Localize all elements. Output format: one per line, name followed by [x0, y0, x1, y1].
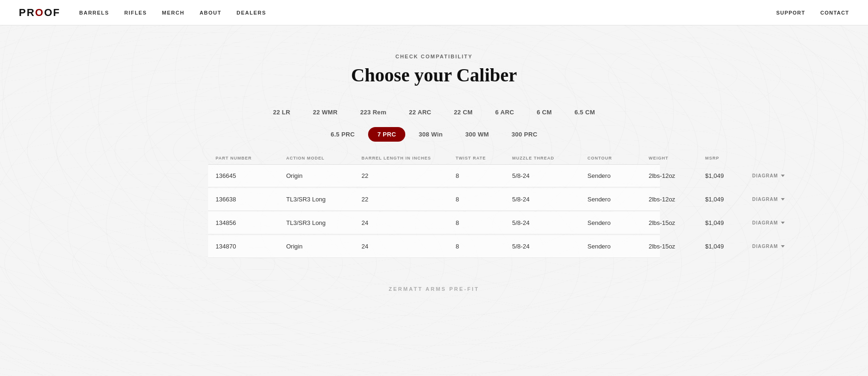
cell-diagram: DIAGRAM [752, 220, 809, 225]
chevron-down-icon [781, 222, 785, 224]
cell-twist-rate: 8 [456, 219, 512, 226]
nav-contact[interactable]: CONTACT [820, 10, 849, 16]
table-row: 134856 TL3/SR3 Long 24 8 5/8-24 Sendero … [208, 212, 660, 234]
main-content: CHECK COMPATIBILITY Choose your Caliber … [0, 25, 868, 311]
logo: PROOF [19, 7, 60, 19]
col-actions [752, 156, 809, 160]
col-part-number: PART NUMBER [216, 156, 286, 160]
caliber-btn-6cm[interactable]: 6 CM [527, 105, 561, 120]
main-nav: BARRELS RIFLES MERCH ABOUT DEALERS [79, 10, 266, 16]
col-contour: CONTOUR [587, 156, 649, 160]
cell-diagram: DIAGRAM [752, 173, 809, 178]
cell-contour: Sendero [587, 219, 649, 226]
caliber-btn-300wm[interactable]: 300 WM [456, 127, 498, 142]
caliber-btn-22arc[interactable]: 22 ARC [400, 105, 441, 120]
cell-msrp: $1,049 [705, 196, 752, 203]
cell-twist-rate: 8 [456, 172, 512, 179]
cell-diagram: DIAGRAM [752, 197, 809, 202]
cell-part-number: 136638 [216, 196, 286, 203]
table-header: PART NUMBER ACTION MODEL BARREL LENGTH I… [208, 156, 660, 165]
table-row: 136645 Origin 22 8 5/8-24 Sendero 2lbs-1… [208, 165, 660, 187]
cell-muzzle-thread: 5/8-24 [512, 196, 587, 203]
caliber-btn-308win[interactable]: 308 Win [409, 127, 452, 142]
cell-diagram: DIAGRAM [752, 244, 809, 249]
chevron-down-icon [781, 198, 785, 200]
cell-weight: 2lbs-15oz [649, 219, 705, 226]
cell-muzzle-thread: 5/8-24 [512, 243, 587, 250]
nav-item-rifles[interactable]: RIFLES [124, 10, 147, 16]
diagram-button[interactable]: DIAGRAM [752, 173, 785, 178]
col-muzzle-thread: MUZZLE THREAD [512, 156, 587, 160]
section-label: CHECK COMPATIBILITY [9, 54, 859, 59]
diagram-button[interactable]: DIAGRAM [752, 244, 785, 249]
caliber-btn-6arc[interactable]: 6 ARC [486, 105, 523, 120]
caliber-btn-65cm[interactable]: 6.5 CM [565, 105, 604, 120]
site-header: PROOF BARRELS RIFLES MERCH ABOUT DEALERS… [0, 0, 868, 25]
cell-action-model: Origin [286, 172, 362, 179]
col-action-model: ACTION MODEL [286, 156, 362, 160]
cell-action-model: TL3/SR3 Long [286, 219, 362, 226]
col-msrp: MSRP [705, 156, 752, 160]
cell-weight: 2lbs-12oz [649, 172, 705, 179]
diagram-button[interactable]: DIAGRAM [752, 197, 785, 202]
cell-contour: Sendero [587, 243, 649, 250]
cell-barrel-length: 24 [362, 219, 456, 226]
diagram-button[interactable]: DIAGRAM [752, 220, 785, 225]
cell-contour: Sendero [587, 172, 649, 179]
cell-action-model: Origin [286, 243, 362, 250]
cell-barrel-length: 24 [362, 243, 456, 250]
cell-twist-rate: 8 [456, 196, 512, 203]
nav-item-merch[interactable]: MERCH [162, 10, 185, 16]
bottom-section-label: ZERMATT ARMS PRE-FIT [9, 286, 859, 292]
col-twist-rate: TWIST RATE [456, 156, 512, 160]
page-title: Choose your Caliber [9, 64, 859, 86]
caliber-btn-22lr[interactable]: 22 LR [264, 105, 300, 120]
caliber-btn-300prc[interactable]: 300 PRC [502, 127, 547, 142]
caliber-btn-22cm[interactable]: 22 CM [444, 105, 482, 120]
col-barrel-length: BARREL LENGTH IN INCHES [362, 156, 456, 160]
table-row: 136638 TL3/SR3 Long 22 8 5/8-24 Sendero … [208, 188, 660, 211]
cell-action-model: TL3/SR3 Long [286, 196, 362, 203]
cell-msrp: $1,049 [705, 172, 752, 179]
nav-right: SUPPORT CONTACT [776, 10, 849, 16]
nav-support[interactable]: SUPPORT [776, 10, 805, 16]
nav-item-about[interactable]: ABOUT [200, 10, 222, 16]
cell-barrel-length: 22 [362, 172, 456, 179]
caliber-row-2: 6.5 PRC 7 PRC 308 Win 300 WM 300 PRC [9, 127, 859, 142]
cell-part-number: 136645 [216, 172, 286, 179]
caliber-btn-22wmr[interactable]: 22 WMR [304, 105, 347, 120]
cell-muzzle-thread: 5/8-24 [512, 172, 587, 179]
col-weight: WEIGHT [649, 156, 705, 160]
cell-twist-rate: 8 [456, 243, 512, 250]
cell-part-number: 134870 [216, 243, 286, 250]
caliber-row-1: 22 LR 22 WMR 223 Rem 22 ARC 22 CM 6 ARC … [9, 105, 859, 120]
results-table: PART NUMBER ACTION MODEL BARREL LENGTH I… [208, 156, 660, 258]
cell-weight: 2lbs-15oz [649, 243, 705, 250]
cell-msrp: $1,049 [705, 243, 752, 250]
cell-barrel-length: 22 [362, 196, 456, 203]
chevron-down-icon [781, 245, 785, 248]
cell-msrp: $1,049 [705, 219, 752, 226]
cell-muzzle-thread: 5/8-24 [512, 219, 587, 226]
cell-part-number: 134856 [216, 219, 286, 226]
nav-left: PROOF BARRELS RIFLES MERCH ABOUT DEALERS [19, 7, 266, 19]
nav-item-dealers[interactable]: DEALERS [237, 10, 266, 16]
caliber-btn-7prc[interactable]: 7 PRC [368, 127, 406, 142]
table-row: 134870 Origin 24 8 5/8-24 Sendero 2lbs-1… [208, 235, 660, 258]
caliber-btn-65prc[interactable]: 6.5 PRC [321, 127, 364, 142]
cell-contour: Sendero [587, 196, 649, 203]
caliber-btn-223rem[interactable]: 223 Rem [351, 105, 396, 120]
nav-item-barrels[interactable]: BARRELS [79, 10, 109, 16]
chevron-down-icon [781, 175, 785, 177]
cell-weight: 2lbs-12oz [649, 196, 705, 203]
